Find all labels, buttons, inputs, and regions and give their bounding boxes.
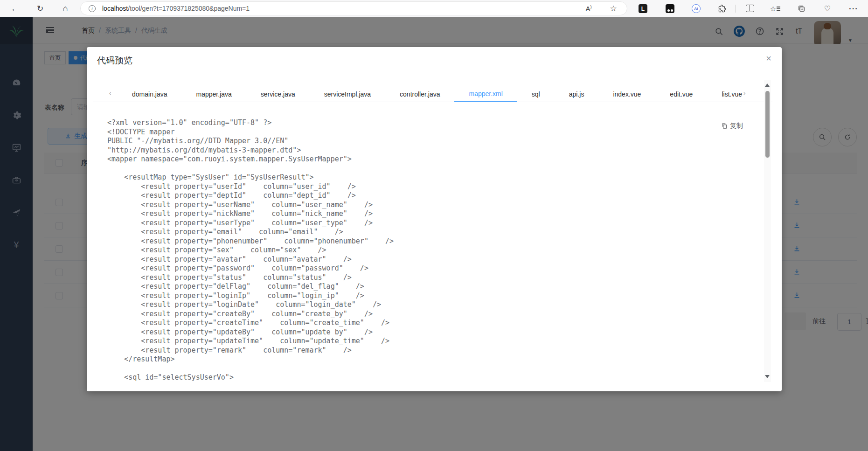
tab-mapper-xml[interactable]: mapper.xml	[454, 86, 517, 102]
tab-serviceimpl-java[interactable]: serviceImpl.java	[310, 86, 385, 102]
favorite-star-icon[interactable]: ☆	[607, 0, 620, 17]
url-host: localhost	[102, 5, 128, 12]
scroll-up-icon[interactable]	[765, 83, 770, 87]
address-bar[interactable]: i localhost/tool/gen?t=1709371825080&pag…	[80, 1, 627, 15]
tab-api-js[interactable]: api.js	[555, 86, 599, 102]
refresh-icon[interactable]: ↻	[34, 0, 47, 17]
extension-l-icon[interactable]: L	[639, 4, 647, 13]
extension-dots-icon[interactable]	[666, 4, 674, 13]
scrollbar-thumb[interactable]	[765, 91, 770, 158]
browser-toolbar: ← ↻ ⌂ i localhost/tool/gen?t=17093718250…	[0, 0, 868, 17]
tab-controller-java[interactable]: controller.java	[385, 86, 454, 102]
modal-scrollbar[interactable]	[764, 80, 771, 382]
tab-sql[interactable]: sql	[517, 86, 555, 102]
collections-icon[interactable]	[795, 0, 808, 17]
split-screen-icon[interactable]	[746, 5, 754, 12]
dialog-title: 代码预览	[97, 55, 132, 67]
tab-mapper-java[interactable]: mapper.java	[182, 86, 246, 102]
back-icon[interactable]: ←	[8, 0, 21, 17]
toolbar-divider	[735, 5, 736, 13]
tab-service-java[interactable]: service.java	[246, 86, 310, 102]
read-aloud-icon[interactable]: A)	[582, 0, 595, 17]
copy-icon	[721, 123, 728, 129]
url-text[interactable]: localhost/tool/gen?t=1709371825080&pageN…	[102, 5, 250, 12]
tabs-scroll-left-icon[interactable]: ‹	[109, 90, 111, 97]
url-path: /tool/gen?t=1709371825080&pageNum=1	[128, 5, 250, 12]
extension-ai-icon[interactable]: Ai	[692, 4, 701, 13]
extensions-puzzle-icon[interactable]	[715, 0, 729, 17]
tab-edit-vue[interactable]: edit.vue	[655, 86, 707, 102]
code-content[interactable]: <?xml version="1.0" encoding="UTF-8" ?> …	[107, 118, 394, 382]
more-menu-icon[interactable]: ···	[847, 0, 860, 17]
tab-index-vue[interactable]: index.vue	[598, 86, 655, 102]
copy-button[interactable]: 复制	[721, 122, 743, 130]
tabs-divider	[93, 102, 772, 102]
tabs-scroll-right-icon[interactable]: ›	[743, 90, 745, 97]
home-icon[interactable]: ⌂	[59, 0, 72, 17]
scroll-down-icon[interactable]	[765, 375, 770, 378]
close-icon[interactable]: ×	[762, 52, 775, 65]
tab-list-vue[interactable]: list.vue	[707, 86, 743, 102]
browser-essentials-icon[interactable]: ♡	[821, 0, 834, 17]
tab-domain-java[interactable]: domain.java	[118, 86, 182, 102]
code-preview-dialog: 代码预览 × ‹ domain.java mapper.java service…	[87, 47, 782, 391]
favorites-bar-icon[interactable]: ☆	[769, 0, 782, 17]
file-tabs: domain.java mapper.java service.java ser…	[118, 86, 743, 102]
site-info-icon[interactable]: i	[89, 5, 96, 12]
